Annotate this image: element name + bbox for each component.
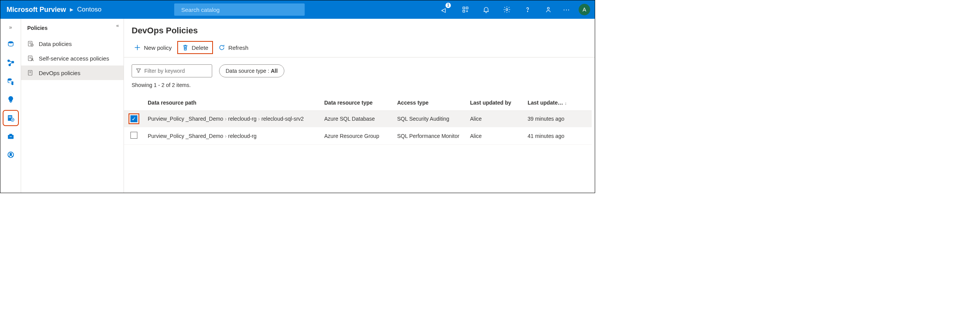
svg-rect-3	[466, 7, 468, 9]
cell-updated_by: Alice	[466, 111, 524, 127]
svg-rect-20	[9, 134, 12, 136]
row-checkbox[interactable]	[130, 132, 137, 139]
cmd-label: Refresh	[228, 44, 249, 51]
more-button[interactable]: ⋯	[561, 5, 572, 14]
side-panel: « Policies Data policies Self-service ac…	[21, 19, 124, 193]
side-panel-title: Policies	[21, 21, 124, 36]
main-content: DevOps Policies New policy Delete Refres…	[124, 19, 595, 193]
chevron-right-icon: ›	[223, 116, 228, 122]
sidebar-item-data-policies[interactable]: Data policies	[21, 36, 124, 51]
filter-icon	[136, 68, 141, 74]
document-icon	[27, 69, 34, 76]
sidebar-item-label: DevOps policies	[39, 70, 80, 76]
announcements-button[interactable]: 1	[436, 0, 453, 19]
svg-rect-21	[10, 136, 12, 137]
document-person-icon	[27, 55, 34, 62]
svg-point-12	[8, 79, 11, 80]
breadcrumb-account[interactable]: Contoso	[77, 6, 101, 13]
svg-point-5	[506, 9, 508, 11]
result-count: Showing 1 - 2 of 2 items.	[124, 80, 595, 95]
nav-rail: »	[0, 19, 21, 193]
svg-point-8	[8, 41, 13, 44]
rail-data-catalog[interactable]	[4, 38, 17, 51]
rail-data-map[interactable]	[4, 56, 17, 69]
search-input[interactable]	[181, 7, 301, 13]
col-select[interactable]	[124, 95, 144, 111]
sidebar-item-self-service[interactable]: Self-service access policies	[21, 51, 124, 66]
rail-insights[interactable]	[4, 93, 17, 106]
sidebar-item-label: Self-service access policies	[39, 55, 109, 62]
cell-updated_by: Alice	[466, 127, 524, 145]
cell-path: Purview_Policy _Shared_Demo›relecloud-rg	[144, 127, 320, 145]
cell-type: Azure SQL Database	[320, 111, 393, 127]
cell-path: Purview_Policy _Shared_Demo›relecloud-rg…	[144, 111, 320, 127]
svg-point-6	[527, 11, 528, 11]
chevron-right-icon: ›	[223, 133, 228, 139]
svg-rect-16	[8, 116, 11, 116]
col-path[interactable]: Data resource path	[144, 95, 320, 111]
cmd-label: Delete	[192, 44, 208, 51]
rail-management[interactable]	[4, 130, 17, 143]
cell-type: Azure Resource Group	[320, 127, 393, 145]
cmd-label: New policy	[144, 44, 172, 51]
svg-rect-2	[463, 7, 465, 9]
row-checkbox[interactable]: ✓	[130, 115, 137, 122]
cell-access: SQL Performance Monitor	[393, 127, 466, 145]
collections-button[interactable]	[457, 0, 474, 19]
topbar: Microsoft Purview ▶ Contoso 1	[0, 0, 595, 19]
feedback-button[interactable]	[540, 0, 557, 19]
rail-data-share[interactable]	[4, 75, 17, 88]
help-button[interactable]	[519, 0, 536, 19]
rail-privacy[interactable]	[4, 148, 17, 161]
rail-data-policy[interactable]	[4, 111, 17, 125]
cell-updated: 39 minutes ago	[524, 111, 592, 127]
trash-icon	[182, 44, 189, 51]
avatar[interactable]: A	[579, 4, 590, 15]
col-updated-by[interactable]: Last updated by	[466, 95, 524, 111]
filters-row: Data source type : All	[124, 57, 595, 80]
breadcrumb-caret-icon: ▶	[70, 7, 73, 12]
page-title: DevOps Policies	[124, 26, 595, 42]
col-type[interactable]: Data resource type	[320, 95, 393, 111]
rail-expand-icon[interactable]: »	[9, 22, 12, 33]
filter-keyword[interactable]	[132, 64, 212, 77]
svg-point-23	[10, 153, 12, 155]
sidebar-item-label: Data policies	[39, 41, 72, 47]
cell-updated: 41 minutes ago	[524, 127, 592, 145]
col-updated[interactable]: Last update…↓	[524, 95, 592, 111]
document-icon	[27, 40, 34, 47]
table-row[interactable]: Purview_Policy _Shared_Demo›relecloud-rg…	[124, 127, 592, 145]
brand[interactable]: Microsoft Purview	[5, 6, 66, 14]
table-row[interactable]: ✓Purview_Policy _Shared_Demo›relecloud-r…	[124, 111, 592, 127]
command-bar: New policy Delete Refresh	[124, 42, 595, 57]
svg-point-7	[548, 7, 549, 9]
notifications-button[interactable]	[478, 0, 495, 19]
data-source-type-filter[interactable]: Data source type : All	[219, 64, 284, 77]
svg-rect-4	[463, 10, 465, 12]
refresh-button[interactable]: Refresh	[214, 42, 252, 53]
filter-input[interactable]	[144, 68, 208, 74]
chevron-right-icon: ›	[256, 116, 261, 122]
cell-access: SQL Security Auditing	[393, 111, 466, 127]
new-policy-button[interactable]: New policy	[130, 42, 176, 53]
svg-point-9	[8, 60, 10, 62]
delete-button[interactable]: Delete	[178, 42, 212, 53]
svg-point-11	[8, 64, 10, 66]
policies-table: Data resource path Data resource type Ac…	[124, 95, 592, 145]
search-box[interactable]	[174, 3, 305, 16]
sidebar-item-devops-policies[interactable]: DevOps policies	[21, 66, 124, 80]
refresh-icon	[218, 44, 225, 51]
settings-button[interactable]	[498, 0, 515, 19]
plus-icon	[134, 44, 141, 51]
pill-value: All	[271, 68, 278, 74]
svg-rect-17	[8, 117, 11, 118]
collapse-panel-icon[interactable]: «	[116, 23, 119, 28]
pill-label: Data source type :	[226, 68, 269, 74]
sort-desc-icon: ↓	[563, 101, 567, 105]
col-access[interactable]: Access type	[393, 95, 466, 111]
announcements-badge: 1	[445, 3, 451, 8]
